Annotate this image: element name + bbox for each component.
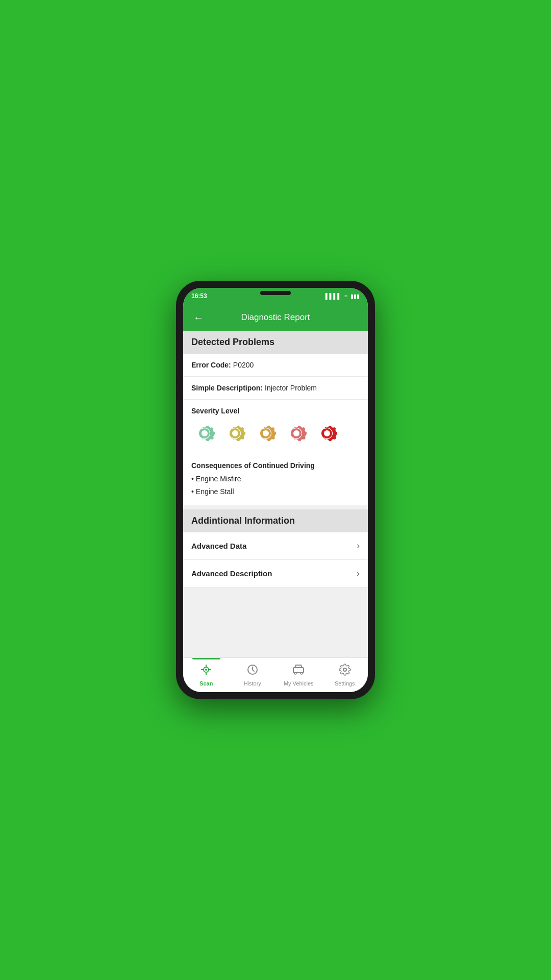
additional-info-header: Addintional Information bbox=[183, 509, 368, 532]
severity-gears: IO IO bbox=[191, 420, 360, 447]
nav-item-history[interactable]: History bbox=[230, 658, 276, 692]
settings-label: Settings bbox=[335, 680, 355, 687]
advanced-data-row[interactable]: Advanced Data › bbox=[183, 532, 368, 560]
detected-problems-card: Error Code: P0200 Simple Descriptipon: I… bbox=[183, 354, 368, 505]
settings-icon bbox=[339, 664, 351, 679]
error-code-row: Error Code: P0200 bbox=[183, 354, 368, 377]
advanced-description-chevron: › bbox=[357, 568, 360, 579]
advanced-data-label: Advanced Data bbox=[191, 542, 246, 550]
scan-label: Scan bbox=[199, 680, 213, 687]
svg-text:IO: IO bbox=[324, 430, 330, 436]
additional-info-title: Addintional Information bbox=[191, 516, 295, 526]
simple-description-row: Simple Descriptipon: Injector Problem bbox=[183, 377, 368, 400]
svg-text:IO: IO bbox=[232, 430, 238, 436]
advanced-description-row[interactable]: Advanced Description › bbox=[183, 560, 368, 587]
status-icons: ▌▌▌▌ ≈ ▮▮▮ bbox=[325, 293, 360, 300]
svg-point-15 bbox=[343, 668, 346, 671]
page-title: Diagnostic Report bbox=[241, 312, 310, 323]
severity-gear-4: IO bbox=[283, 420, 310, 447]
severity-gear-3: IO bbox=[253, 420, 279, 447]
severity-gear-1: IO bbox=[191, 420, 218, 447]
nav-item-my-vehicles[interactable]: My Vehicles bbox=[276, 658, 322, 692]
severity-gear-5: IO bbox=[314, 420, 340, 447]
consequences-row: Consequences of Continued Driving • Engi… bbox=[183, 454, 368, 505]
phone-screen: 16:53 ▌▌▌▌ ≈ ▮▮▮ ← Diagnostic Report Det… bbox=[183, 288, 368, 692]
status-time: 16:53 bbox=[191, 292, 207, 300]
advanced-description-label: Advanced Description bbox=[191, 569, 272, 578]
svg-text:IO: IO bbox=[263, 430, 269, 436]
nav-item-scan[interactable]: Scan bbox=[183, 658, 230, 692]
phone-frame: 16:53 ▌▌▌▌ ≈ ▮▮▮ ← Diagnostic Report Det… bbox=[176, 281, 375, 699]
svg-text:IO: IO bbox=[202, 430, 208, 436]
detected-problems-title: Detected Problems bbox=[191, 337, 274, 347]
history-icon bbox=[246, 664, 259, 679]
svg-point-6 bbox=[205, 669, 207, 671]
consequences-title: Consequences of Continued Driving bbox=[191, 461, 360, 470]
nav-item-settings[interactable]: Settings bbox=[322, 658, 368, 692]
consequence-2: • Engine Stall bbox=[191, 485, 360, 498]
svg-text:IO: IO bbox=[293, 430, 299, 436]
content-area: Detected Problems Error Code: P0200 Simp… bbox=[183, 331, 368, 657]
severity-label: Severity Level bbox=[191, 407, 360, 415]
simple-description-label: Simple Descriptipon: bbox=[191, 384, 263, 392]
severity-row: Severity Level IO bbox=[183, 400, 368, 454]
severity-gear-2: IO bbox=[222, 420, 248, 447]
scan-icon bbox=[200, 664, 212, 679]
back-button[interactable]: ← bbox=[191, 310, 206, 326]
signal-icon: ▌▌▌▌ bbox=[325, 293, 341, 299]
additional-info-section: Addintional Information Advanced Data › … bbox=[183, 509, 368, 587]
app-header: ← Diagnostic Report bbox=[183, 304, 368, 331]
consequence-1: • Engine Misfire bbox=[191, 473, 360, 485]
my-vehicles-label: My Vehicles bbox=[284, 680, 314, 687]
status-bar: 16:53 ▌▌▌▌ ≈ ▮▮▮ bbox=[183, 288, 368, 304]
battery-icon: ▮▮▮ bbox=[350, 293, 360, 300]
detected-problems-header: Detected Problems bbox=[183, 331, 368, 354]
error-code-label: Error Code: bbox=[191, 361, 231, 369]
wifi-icon: ≈ bbox=[344, 293, 347, 299]
bottom-nav: Scan History bbox=[183, 657, 368, 692]
advanced-data-chevron: › bbox=[357, 541, 360, 551]
history-label: History bbox=[244, 680, 261, 687]
my-vehicles-icon bbox=[292, 664, 305, 679]
simple-description-value: Injector Problem bbox=[265, 384, 317, 392]
error-code-value: P0200 bbox=[233, 361, 254, 369]
